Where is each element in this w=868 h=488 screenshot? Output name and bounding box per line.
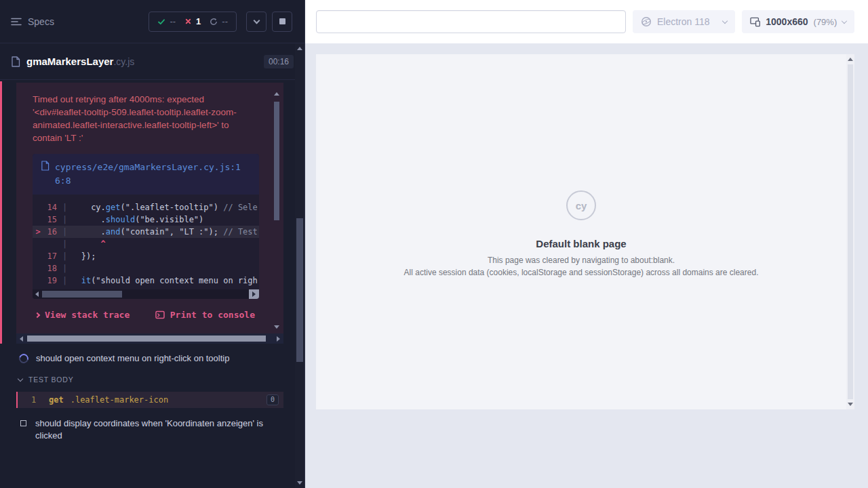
scroll-up-icon[interactable] <box>297 47 302 50</box>
print-to-console-button[interactable]: Print to console <box>155 310 255 320</box>
browser-label: Electron 118 <box>657 16 710 27</box>
reporter-content: Timed out retrying after 4000ms: expecte… <box>0 80 304 488</box>
scrollbar-thumb[interactable] <box>42 291 122 298</box>
test-body-label: TEST BODY <box>28 375 74 384</box>
viewport-icon <box>750 17 760 27</box>
print-to-console-label: Print to console <box>170 310 255 320</box>
browser-selector[interactable]: Electron 118 <box>633 10 735 33</box>
aut-vertical-scrollbar[interactable] <box>846 54 854 409</box>
scroll-down-icon[interactable] <box>274 325 279 329</box>
scrollbar-thumb[interactable] <box>848 64 853 399</box>
command-name: get <box>49 395 64 405</box>
pending-count: -- <box>222 16 228 26</box>
code-lines: 14| cy.get(".leaflet-tooltip") // Sele15… <box>33 195 259 289</box>
chevron-right-icon <box>35 312 40 317</box>
view-stack-trace-label: View stack trace <box>45 310 130 320</box>
code-horizontal-scrollbar[interactable] <box>33 289 259 299</box>
code-line: | ^ <box>33 238 259 250</box>
reporter-vertical-scrollbar[interactable] <box>295 43 304 488</box>
reporter-panel: Specs -- 1 <box>0 0 305 488</box>
runner-main: cy Default blank page This page was clea… <box>305 43 868 488</box>
specs-list-icon <box>11 17 22 26</box>
code-line: 15| .should("be.visible") <box>33 214 259 226</box>
scroll-right-icon <box>252 291 256 297</box>
restart-icon <box>210 18 218 26</box>
scroll-up-icon[interactable] <box>848 58 853 61</box>
console-icon <box>155 310 165 319</box>
spec-extension: .cy.js <box>113 56 134 67</box>
cypress-logo-text: cy <box>576 200 587 211</box>
url-input[interactable] <box>316 10 626 33</box>
scrollbar-thumb[interactable] <box>296 218 303 362</box>
test-title: should display coordinates when 'Koordin… <box>35 418 270 442</box>
cypress-app: Specs -- 1 <box>0 0 868 488</box>
viewport-size: 1000x660 <box>766 16 808 27</box>
attempt-vertical-scrollbar[interactable] <box>273 91 281 330</box>
viewport-zoom: (79%) <box>814 17 837 27</box>
chevron-down-icon <box>253 17 260 24</box>
code-line: 14| cy.get(".leaflet-tooltip") // Sele <box>33 201 259 214</box>
blank-page-title: Default blank page <box>316 238 846 249</box>
duration-badge: 00:16 <box>264 55 294 68</box>
code-line: 18| <box>33 262 259 274</box>
error-message: Timed out retrying after 4000ms: expecte… <box>16 83 283 152</box>
chevron-down-icon <box>842 18 847 23</box>
fail-x-icon <box>184 18 192 25</box>
command-number: 1 <box>18 395 42 405</box>
aut-iframe: cy Default blank page This page was clea… <box>316 54 854 409</box>
pending-square-icon <box>20 420 26 426</box>
cypress-logo: cy <box>566 190 596 220</box>
chevron-down-icon <box>18 376 23 382</box>
chevron-down-icon <box>722 18 728 23</box>
scroll-right-icon[interactable] <box>277 336 280 342</box>
stat-passed: -- <box>157 16 176 26</box>
passed-count: -- <box>170 16 176 26</box>
scroll-up-icon[interactable] <box>274 92 279 96</box>
command-log-row[interactable]: 1 get .leaflet-marker-icon 0 <box>16 392 283 408</box>
run-stats: -- 1 -- <box>149 12 237 32</box>
running-spinner-icon <box>17 352 30 365</box>
code-line: 19| it("should open context menu on righ <box>33 274 259 287</box>
error-controls: View stack trace Print to console <box>16 299 283 333</box>
failed-count: 1 <box>196 16 201 26</box>
scrollbar-thumb[interactable] <box>27 336 266 342</box>
error-file-link[interactable]: cypress/e2e/gmaMarkersLayer.cy.js:16:8 <box>55 161 241 188</box>
scroll-right-button[interactable] <box>249 289 259 299</box>
test-title: should open context menu on right-click … <box>36 353 229 363</box>
test-row-pending[interactable]: should display coordinates when 'Koordin… <box>0 408 304 449</box>
specs-label: Specs <box>28 16 54 27</box>
reporter-controls: Specs -- 1 <box>0 0 304 43</box>
runner-panel: Electron 118 1000x660 (79%) cy Def <box>305 0 868 488</box>
spec-header: gmaMarkersLayer.cy.js 00:16 <box>0 43 304 80</box>
scroll-left-icon[interactable] <box>20 336 23 342</box>
blank-page-message: cy Default blank page This page was clea… <box>316 190 846 277</box>
test-body-toggle[interactable]: TEST BODY <box>0 369 304 389</box>
code-line: 17| }); <box>33 250 259 262</box>
failed-attempt-region: Timed out retrying after 4000ms: expecte… <box>16 83 283 344</box>
specs-menu-button[interactable]: Specs <box>11 16 54 27</box>
electron-icon <box>641 16 652 27</box>
collapse-reporter-button[interactable] <box>246 12 267 32</box>
stat-failed: 1 <box>184 16 201 26</box>
error-code-frame: cypress/e2e/gmaMarkersLayer.cy.js:16:8 1… <box>33 154 259 299</box>
view-stack-trace-button[interactable]: View stack trace <box>35 310 130 320</box>
scrollbar-thumb[interactable] <box>274 102 279 220</box>
scroll-down-icon[interactable] <box>848 403 853 406</box>
scroll-down-icon[interactable] <box>297 481 302 485</box>
stop-run-button[interactable] <box>272 12 292 32</box>
command-count-badge: 0 <box>267 394 279 405</box>
check-icon <box>157 18 165 26</box>
code-file-icon <box>41 161 50 171</box>
runner-header: Electron 118 1000x660 (79%) <box>305 0 868 43</box>
stop-icon <box>279 18 285 24</box>
attempt-horizontal-scrollbar[interactable] <box>16 333 283 344</box>
code-line: >16| .and("contain", "LT :"); // Test <box>33 226 259 238</box>
scroll-left-icon[interactable] <box>35 291 39 297</box>
viewport-selector[interactable]: 1000x660 (79%) <box>742 10 854 33</box>
blank-page-line1: This page was cleared by navigating to a… <box>316 256 846 265</box>
blank-page-line2: All active session data (cookies, localS… <box>316 268 846 277</box>
spec-name: gmaMarkersLayer <box>26 56 113 67</box>
spec-file-icon <box>11 56 20 67</box>
test-row-running[interactable]: should open context menu on right-click … <box>0 344 304 369</box>
stat-pending: -- <box>210 16 228 26</box>
